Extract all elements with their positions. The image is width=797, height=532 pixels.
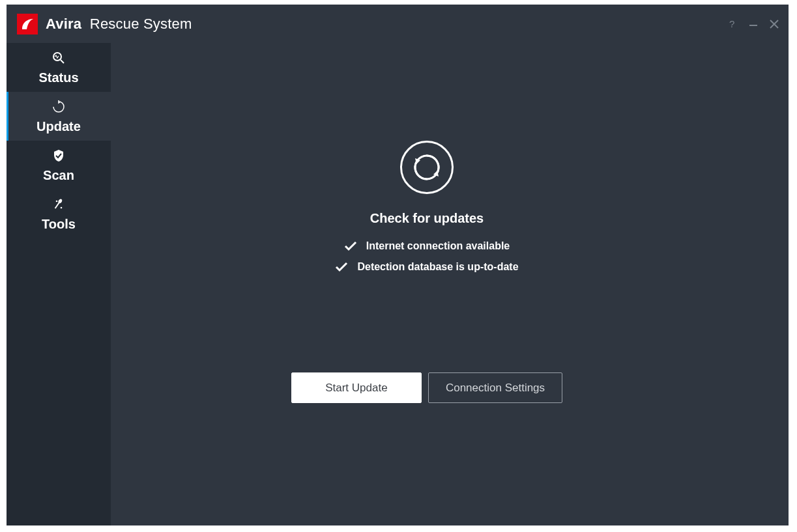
sidebar-item-tools[interactable]: Tools: [7, 189, 111, 238]
connection-settings-button[interactable]: Connection Settings: [428, 372, 562, 403]
status-database: Detection database is up-to-date: [335, 261, 518, 273]
tools-icon: [53, 196, 65, 213]
sidebar-item-label: Status: [38, 70, 78, 85]
svg-point-6: [56, 201, 58, 203]
sidebar-item-label: Tools: [42, 217, 76, 232]
status-internet: Internet connection available: [344, 240, 510, 252]
help-button[interactable]: ?: [726, 18, 739, 31]
svg-point-7: [61, 207, 63, 209]
main-panel: Check for updates Internet connection av…: [111, 43, 789, 525]
app-window: Avira Rescue System ?: [7, 5, 789, 525]
check-icon: [344, 241, 357, 251]
svg-text:?: ?: [729, 19, 734, 29]
refresh-circle-icon: [400, 141, 454, 194]
app-title: Avira Rescue System: [46, 16, 192, 33]
check-icon: [335, 262, 348, 272]
start-update-button[interactable]: Start Update: [291, 372, 422, 403]
svg-line-5: [61, 60, 64, 63]
status-internet-text: Internet connection available: [366, 240, 510, 252]
body: Status Update: [7, 43, 789, 525]
avira-logo-icon: [17, 14, 38, 35]
sidebar: Status Update: [7, 43, 111, 525]
update-icon: [52, 98, 65, 115]
close-button[interactable]: [768, 18, 781, 31]
button-row: Start Update Connection Settings: [111, 372, 743, 403]
scan-icon: [53, 147, 65, 164]
svg-point-4: [53, 53, 61, 61]
connection-settings-label: Connection Settings: [446, 382, 545, 395]
sidebar-item-label: Update: [36, 119, 81, 134]
window-controls: ?: [726, 5, 781, 43]
sidebar-item-scan[interactable]: Scan: [7, 141, 111, 189]
update-center: Check for updates Internet connection av…: [111, 141, 743, 282]
title-bar: Avira Rescue System ?: [7, 5, 789, 43]
status-icon: [52, 49, 65, 66]
sidebar-item-status[interactable]: Status: [7, 43, 111, 92]
product-name: Rescue System: [90, 16, 192, 32]
start-update-label: Start Update: [325, 382, 387, 395]
status-database-text: Detection database is up-to-date: [357, 261, 518, 273]
update-heading: Check for updates: [370, 211, 484, 226]
brand-name: Avira: [46, 16, 81, 32]
sidebar-item-update[interactable]: Update: [7, 92, 111, 141]
sidebar-item-label: Scan: [43, 168, 74, 183]
minimize-button[interactable]: [747, 18, 760, 31]
